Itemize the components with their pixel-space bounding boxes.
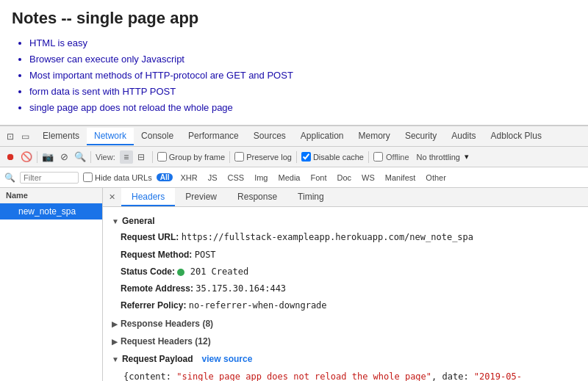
sidebar-name-label: Name — [6, 191, 28, 200]
hide-data-urls-label: Hide data URLs — [95, 173, 152, 182]
referrer-policy-label: Referrer Policy: — [121, 300, 186, 311]
disable-cache-label: Disable cache — [313, 153, 364, 162]
page-title: Notes -- single page app — [12, 9, 576, 28]
general-section-header[interactable]: ▼ General — [112, 211, 579, 229]
disable-cache-group: Disable cache — [301, 152, 364, 162]
request-headers-triangle: ▶ — [112, 338, 118, 346]
disable-cache-checkbox[interactable] — [301, 152, 311, 162]
preserve-log-label: Preserve log — [246, 153, 292, 162]
main-area: Name new_note_spa ✕ Headers Preview Resp… — [0, 188, 588, 381]
tab-security[interactable]: Security — [398, 128, 444, 145]
filter-manifest[interactable]: Manifest — [382, 172, 419, 184]
clear-button[interactable]: 🚫 — [21, 151, 32, 163]
filter-xhr[interactable]: XHR — [177, 172, 200, 184]
filter-img[interactable]: Img — [251, 172, 270, 184]
sub-tab-preview[interactable]: Preview — [175, 188, 227, 206]
payload-date-key: date: — [442, 371, 474, 381]
sidebar-item-new-note-spa[interactable]: new_note_spa — [0, 203, 102, 219]
tab-sources[interactable]: Sources — [246, 128, 293, 145]
view-source-link[interactable]: view source — [202, 354, 253, 364]
response-headers-label: Response Headers (8) — [121, 319, 213, 329]
filter-js[interactable]: JS — [205, 172, 220, 184]
no-throttling-label: No throttling — [417, 153, 460, 162]
view-waterfall-icon[interactable]: ⊟ — [135, 150, 148, 164]
view-icons: ≡ ⊟ — [120, 150, 148, 164]
response-headers-section-header[interactable]: ▶ Response Headers (8) — [112, 314, 579, 332]
sidebar-item-label: new_note_spa — [18, 206, 76, 217]
request-method-value: POST — [195, 250, 216, 260]
group-by-frame-group: Group by frame — [157, 152, 225, 162]
tab-console[interactable]: Console — [134, 128, 181, 145]
hide-data-urls-checkbox[interactable] — [83, 173, 93, 182]
filter-other[interactable]: Other — [423, 172, 449, 184]
page-content: Notes -- single page app HTML is easyBro… — [0, 0, 588, 126]
status-code-label: Status Code: — [121, 266, 175, 277]
separator-3 — [152, 151, 153, 163]
request-payload-label: Request Payload — [122, 354, 193, 364]
tab-audits[interactable]: Audits — [444, 128, 483, 145]
throttle-dropdown-icon[interactable]: ▾ — [465, 152, 469, 162]
tab-application[interactable]: Application — [293, 128, 351, 145]
toolbar: ⏺ 🚫 📷 ⊘ 🔍 View: ≡ ⊟ Group by frame Prese… — [0, 147, 588, 167]
separator-2 — [90, 151, 91, 163]
offline-label: Offline — [386, 153, 409, 162]
request-url-row: Request URL: https://fullstack-exampleap… — [112, 229, 579, 246]
filter-doc[interactable]: Doc — [334, 172, 354, 184]
sub-tab-response[interactable]: Response — [227, 188, 287, 206]
request-method-label: Request Method: — [121, 250, 192, 260]
tab-adblock[interactable]: Adblock Plus — [484, 128, 549, 145]
referrer-policy-row: Referrer Policy: no-referrer-when-downgr… — [112, 297, 579, 314]
tab-network[interactable]: Network — [87, 128, 134, 145]
page-list: HTML is easyBrowser can execute only Jav… — [12, 35, 576, 116]
separator-4 — [229, 151, 230, 163]
separator-5 — [296, 151, 297, 163]
tab-memory[interactable]: Memory — [351, 128, 398, 145]
separator-6 — [368, 151, 369, 163]
search-icon[interactable]: 🔍 — [74, 151, 86, 163]
separator-1 — [37, 151, 37, 163]
filter-icon[interactable]: ⊘ — [58, 151, 70, 163]
request-url-label: Request URL: — [121, 232, 179, 242]
details-panel: ✕ Headers Preview Response Timing ▼ Gene… — [103, 188, 588, 381]
status-code-row: Status Code: 201 Created — [112, 264, 579, 280]
device-icon[interactable]: ▭ — [19, 131, 31, 142]
sub-tab-headers[interactable]: Headers — [121, 188, 175, 206]
remote-address-value: 35.175.30.164:443 — [196, 283, 286, 294]
payload-content-key: content: — [129, 371, 176, 381]
general-label: General — [122, 216, 155, 226]
request-payload-triangle: ▼ — [112, 355, 119, 363]
group-by-frame-checkbox[interactable] — [157, 152, 167, 162]
referrer-policy-value: no-referrer-when-downgrade — [189, 300, 327, 311]
request-method-row: Request Method: POST — [112, 247, 579, 264]
sub-tabs: ✕ Headers Preview Response Timing — [103, 188, 588, 207]
inspect-icon[interactable]: ⊡ — [4, 131, 16, 142]
tab-performance[interactable]: Performance — [181, 128, 246, 145]
filter-ws[interactable]: WS — [359, 172, 378, 184]
filter-media[interactable]: Media — [275, 172, 303, 184]
request-payload-section-header[interactable]: ▼ Request Payload view source — [112, 349, 579, 367]
filter-all-badge[interactable]: All — [157, 173, 173, 181]
view-label: View: — [96, 153, 115, 162]
preserve-log-checkbox[interactable] — [234, 152, 244, 162]
response-headers-triangle: ▶ — [112, 320, 118, 328]
group-by-frame-label: Group by frame — [169, 153, 225, 162]
status-green-dot — [177, 269, 184, 276]
filter-css[interactable]: CSS — [225, 172, 248, 184]
request-headers-section-header[interactable]: ▶ Request Headers (12) — [112, 332, 579, 349]
devtools-panel: ⊡ ▭ Elements Network Console Performance… — [0, 126, 588, 381]
sub-tab-close-icon[interactable]: ✕ — [103, 189, 121, 205]
record-button[interactable]: ⏺ — [4, 151, 16, 163]
request-headers-label: Request Headers (12) — [121, 336, 211, 346]
filter-font[interactable]: Font — [307, 172, 329, 184]
view-list-icon[interactable]: ≡ — [120, 150, 133, 164]
payload-content-value: "single page app does not reload the who… — [176, 371, 431, 381]
filter-bar: 🔍 Hide data URLs All XHR JS CSS Img Medi… — [0, 167, 588, 188]
camera-icon[interactable]: 📷 — [42, 151, 54, 163]
file-icon — [6, 207, 15, 216]
filter-input[interactable] — [20, 172, 79, 184]
sub-tab-timing[interactable]: Timing — [287, 188, 334, 206]
remote-address-label: Remote Address: — [121, 283, 193, 294]
offline-checkbox[interactable] — [373, 152, 383, 162]
tab-elements[interactable]: Elements — [35, 128, 87, 145]
offline-group: Offline — [373, 152, 409, 162]
